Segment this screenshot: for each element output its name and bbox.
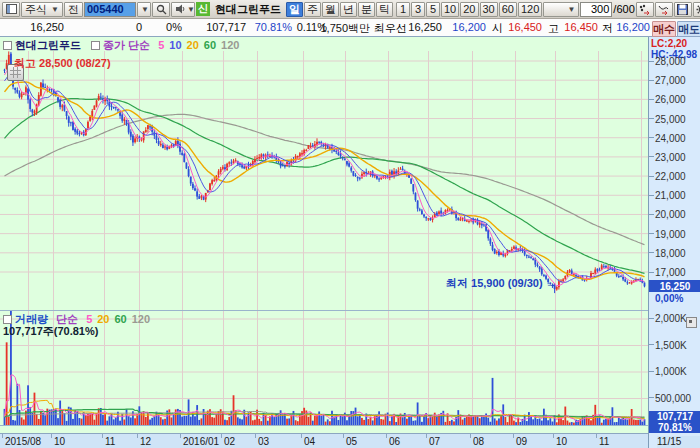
price-ma-legend: 5102060120 <box>153 39 239 51</box>
symbol-checkbox[interactable] <box>3 41 12 50</box>
x-label-2016/01: 2016/01 <box>183 436 219 447</box>
minute-button-3[interactable]: 3 <box>411 2 425 17</box>
minute-button-60[interactable]: 60 <box>499 2 517 17</box>
price-tick-mark <box>649 195 654 196</box>
current-volume-box: 107,71770,81% <box>649 411 700 433</box>
x-label-10: 10 <box>54 436 65 447</box>
x-tick <box>180 434 181 438</box>
pane-expand-icon[interactable] <box>686 317 697 328</box>
price-tick-24000: 24,000 <box>655 133 686 144</box>
price-tick-mark <box>649 214 654 215</box>
x-label-03: 03 <box>258 436 269 447</box>
chevron-down-icon: ▼ <box>187 5 195 14</box>
search-icon <box>156 4 167 15</box>
chevron-down-icon: ▼ <box>51 5 59 14</box>
x-label-10: 10 <box>556 436 567 447</box>
search-button[interactable] <box>152 2 170 17</box>
price-pane[interactable]: 현대그린푸드 종가 단순 5102060120 최고 28,500 (08/27… <box>0 37 648 310</box>
minute-button-120[interactable]: 120 <box>518 2 542 17</box>
bar-count-input[interactable]: 300 <box>580 2 612 17</box>
minute-button-5[interactable]: 5 <box>426 2 440 17</box>
minute-button-20[interactable]: 20 <box>460 2 478 17</box>
buy-button[interactable]: 매수 <box>652 21 676 37</box>
stock-code-input[interactable]: 005440 <box>84 2 136 17</box>
chart-area: 현대그린푸드 종가 단순 5102060120 최고 28,500 (08/27… <box>0 37 700 448</box>
x-tick <box>2 434 3 438</box>
speaker-icon <box>175 4 185 14</box>
x-tick <box>137 434 138 438</box>
price-tick-mark <box>649 156 654 157</box>
window-layout-button[interactable] <box>2 2 20 17</box>
x-label-11: 11 <box>599 436 609 447</box>
volume-checkbox[interactable] <box>3 315 12 324</box>
low-change-label: LC:2,20 <box>651 38 687 49</box>
x-label-08: 08 <box>473 436 484 447</box>
high-price: 16,450 <box>558 21 598 33</box>
ma-60-legend: 60 <box>204 39 216 51</box>
volume-tick-mark <box>649 318 654 319</box>
x-tick <box>221 434 222 438</box>
price-tick-22000: 22,000 <box>655 171 686 182</box>
alert-sound-button[interactable]: ▼ <box>171 2 195 17</box>
x-tick <box>426 434 427 438</box>
x-tick <box>102 434 103 438</box>
period-button-월[interactable]: 월 <box>322 2 339 17</box>
ma-10-legend: 10 <box>169 39 181 51</box>
minute-button-1[interactable]: 1 <box>396 2 410 17</box>
vol-ma-120-legend: 120 <box>132 313 150 325</box>
sell-button[interactable]: 매도 <box>677 21 700 37</box>
volume-tick-1,000K: 1,000K <box>655 366 687 377</box>
price-change: 0 <box>110 21 142 33</box>
period-button-분[interactable]: 분 <box>358 2 375 17</box>
ma-20-legend: 20 <box>187 39 199 51</box>
volume-pane[interactable]: 거래량 단순 52060120 107,717주(70.81%) <box>0 310 648 425</box>
volume-tick-mark <box>649 344 654 345</box>
period-button-년[interactable]: 년 <box>340 2 357 17</box>
prev-stock-button[interactable]: 전 <box>64 2 83 17</box>
settings-button[interactable] <box>693 2 700 17</box>
price-tick-mark <box>649 118 654 119</box>
candle-count-select[interactable]: ▼ <box>543 2 579 17</box>
x-tick <box>470 434 471 438</box>
ma-120-legend: 120 <box>221 39 239 51</box>
x-label-02: 02 <box>224 436 235 447</box>
chevron-down-icon: ▼ <box>567 5 575 14</box>
period-button-주[interactable]: 주 <box>304 2 321 17</box>
shrink-bars-icon <box>639 4 650 15</box>
minute-button-10[interactable]: 10 <box>441 2 459 17</box>
x-tick <box>343 434 344 438</box>
low-price: 16,200 <box>610 21 650 33</box>
period-low-annotation: 최저 15,900 (09/30) → <box>446 276 557 291</box>
asset-type-select[interactable]: 주식▼ <box>21 2 63 17</box>
x-tick <box>51 434 52 438</box>
period-button-group: 일주월년분틱 <box>286 2 393 17</box>
x-tick <box>596 434 597 438</box>
chart-plot[interactable]: 현대그린푸드 종가 단순 5102060120 최고 28,500 (08/27… <box>0 37 648 448</box>
asset-type-label: 주식 <box>25 2 47 17</box>
x-label-06: 06 <box>389 436 400 447</box>
price-tick-mark <box>649 80 654 81</box>
minute-button-30[interactable]: 30 <box>480 2 498 17</box>
period-button-틱[interactable]: 틱 <box>376 2 393 17</box>
open-price: 16,450 <box>502 21 542 33</box>
best-ask: 16,250 <box>402 21 442 33</box>
period-button-일[interactable]: 일 <box>286 2 303 17</box>
save-button[interactable] <box>674 2 692 17</box>
current-price-box: 16,250 <box>649 280 700 292</box>
price-tick-mark <box>649 137 654 138</box>
volume-tick-500,000: 500,000 <box>655 393 691 404</box>
zoom-in-bars-button[interactable] <box>655 2 673 17</box>
current-volume-pct: 70,81% <box>649 422 700 433</box>
price-tick-mark <box>649 176 654 177</box>
x-label-12: 12 <box>140 436 151 447</box>
data-range-navigator[interactable] <box>0 425 648 433</box>
candlestick-chart[interactable] <box>0 37 648 310</box>
chevron-down-icon: ▼ <box>141 5 149 14</box>
volume-tick-1,500K: 1,500K <box>655 340 687 351</box>
zoom-out-bars-button[interactable] <box>636 2 654 17</box>
price-tick-21000: 21,000 <box>655 190 686 201</box>
code-dropdown-button[interactable]: ▼ <box>137 2 151 17</box>
x-axis: 2015/081011122016/0102030405060708091011 <box>0 433 648 448</box>
ma-checkbox[interactable] <box>91 41 100 50</box>
price-tick-27000: 27,000 <box>655 75 686 86</box>
